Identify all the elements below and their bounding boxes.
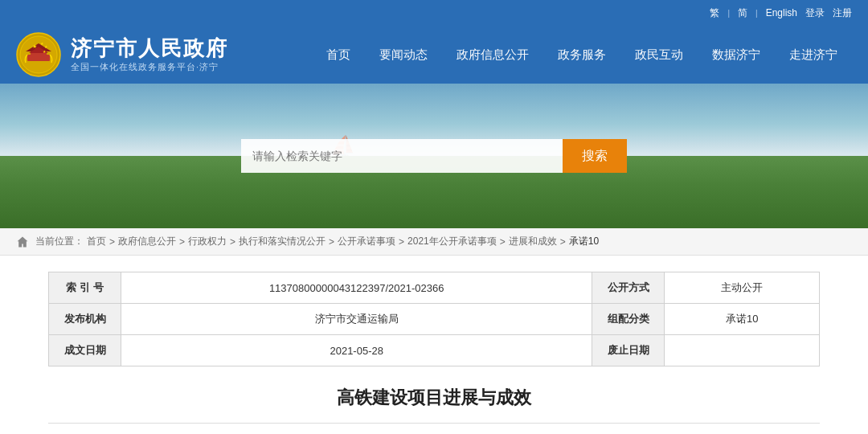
search-input[interactable] [241, 139, 563, 173]
label-publisher: 发布机构 [49, 304, 121, 335]
content-area: 索 引 号 11370800000043122397/2021-02366 公开… [0, 256, 868, 434]
value-date-created: 2021-05-28 [121, 335, 592, 366]
english-btn[interactable]: English [766, 7, 797, 18]
title-divider [48, 423, 820, 424]
value-category: 承诺10 [665, 304, 820, 335]
breadcrumb-current: 承诺10 [569, 235, 599, 248]
label-reference: 索 引 号 [49, 272, 121, 304]
main-nav: 首页 要闻动态 政府信息公开 政务服务 政民互动 数据济宁 走进济宁 [241, 26, 852, 84]
breadcrumb-execution[interactable]: 执行和落实情况公开 [239, 235, 326, 248]
value-reference: 11370800000043122397/2021-02366 [121, 272, 592, 304]
search-area: 搜索 [241, 139, 627, 173]
header: ★ ★ ★ ★ 济宁市人民政府 全国一体化在线政务服务平台·济宁 首页 要闻动态… [0, 26, 868, 84]
nav-about[interactable]: 走进济宁 [775, 26, 852, 84]
top-bar: 繁 | 简 | English 登录 注册 [0, 0, 868, 26]
login-btn[interactable]: 登录 [805, 6, 825, 20]
site-title: 济宁市人民政府 [71, 36, 228, 61]
table-row: 成文日期 2021-05-28 废止日期 [49, 335, 820, 366]
value-publish-method: 主动公开 [665, 272, 820, 304]
logo-area: ★ ★ ★ ★ 济宁市人民政府 全国一体化在线政务服务平台·济宁 [16, 32, 241, 77]
nav-news[interactable]: 要闻动态 [365, 26, 442, 84]
svg-rect-2 [27, 55, 50, 61]
label-date-created: 成文日期 [49, 335, 121, 366]
svg-text:★: ★ [32, 43, 37, 49]
value-publisher: 济宁市交通运输局 [121, 304, 592, 335]
label-publish-method: 公开方式 [592, 272, 665, 304]
simplified-chinese-btn[interactable]: 简 [738, 6, 747, 20]
register-btn[interactable]: 注册 [833, 6, 852, 20]
breadcrumb-home[interactable]: 首页 [87, 235, 106, 248]
breadcrumb-2021[interactable]: 2021年公开承诺事项 [407, 235, 497, 248]
nav-gov-service[interactable]: 政务服务 [543, 26, 620, 84]
breadcrumb-progress[interactable]: 进展和成效 [509, 235, 557, 248]
logo-text: 济宁市人民政府 全国一体化在线政务服务平台·济宁 [71, 36, 228, 73]
value-date-expired [665, 335, 820, 366]
breadcrumb-prefix: 当前位置： [35, 235, 84, 248]
nav-data[interactable]: 数据济宁 [698, 26, 775, 84]
site-subtitle: 全国一体化在线政务服务平台·济宁 [71, 61, 228, 73]
government-emblem: ★ ★ ★ ★ [16, 32, 61, 77]
label-category: 组配分类 [592, 304, 665, 335]
table-row: 发布机构 济宁市交通运输局 组配分类 承诺10 [49, 304, 820, 335]
breadcrumb-gov-info[interactable]: 政府信息公开 [118, 235, 176, 248]
breadcrumb-admin-power[interactable]: 行政权力 [188, 235, 227, 248]
nav-gov-info[interactable]: 政府信息公开 [442, 26, 543, 84]
breadcrumb: 当前位置： 首页 > 政府信息公开 > 行政权力 > 执行和落实情况公开 > 公… [0, 228, 868, 256]
home-icon[interactable] [16, 235, 29, 248]
search-button[interactable]: 搜索 [563, 139, 627, 173]
table-row: 索 引 号 11370800000043122397/2021-02366 公开… [49, 272, 820, 304]
banner: ⛵ 搜索 [0, 84, 868, 228]
label-date-expired: 废止日期 [592, 335, 665, 366]
traditional-chinese-btn[interactable]: 繁 [710, 6, 719, 20]
article-title: 高铁建设项目进展与成效 [48, 386, 820, 410]
nav-interaction[interactable]: 政民互动 [620, 26, 698, 84]
breadcrumb-public-commit[interactable]: 公开承诺事项 [338, 235, 395, 248]
nav-home[interactable]: 首页 [312, 26, 365, 84]
info-table: 索 引 号 11370800000043122397/2021-02366 公开… [48, 272, 820, 366]
